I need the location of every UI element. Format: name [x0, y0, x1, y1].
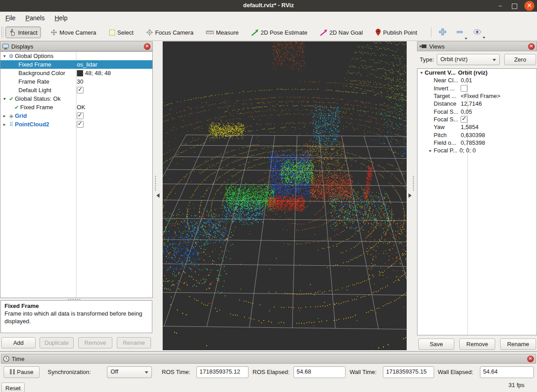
rename-display-button[interactable]: Rename: [117, 337, 151, 348]
toolbar-separator: [431, 27, 431, 37]
save-view-button[interactable]: Save: [418, 339, 454, 350]
expand-arrow-icon[interactable]: ▸: [427, 148, 434, 153]
collapse-right-arrow-icon[interactable]: [408, 193, 412, 198]
property-value[interactable]: Orbit (rviz): [458, 69, 488, 76]
views-row-invert[interactable]: Invert ...: [417, 85, 537, 92]
property-value[interactable]: OK: [77, 104, 85, 111]
displays-row-global-options[interactable]: ▾⚙Global Options: [0, 52, 152, 60]
left-splitter[interactable]: [155, 175, 156, 191]
checkbox[interactable]: [461, 85, 467, 92]
displays-row-fixed-frame[interactable]: ✔Fixed FrameOK: [0, 103, 152, 111]
tool-focus-camera[interactable]: Focus Camera: [143, 27, 196, 38]
property-value[interactable]: 48; 48; 48: [85, 70, 111, 76]
ros-time-field[interactable]: 1718359375.12: [196, 366, 249, 378]
views-row-pitch[interactable]: Pitch0,630398: [417, 131, 537, 138]
tool-select[interactable]: Select: [106, 27, 137, 38]
views-close-button[interactable]: ✕: [528, 43, 535, 50]
ros-elapsed-field[interactable]: 54.68: [293, 366, 346, 378]
grid-icon: ◈: [8, 113, 15, 119]
zero-button[interactable]: Zero: [504, 54, 536, 65]
views-panel-header[interactable]: Views ✕: [417, 41, 537, 51]
collapse-left-arrow-icon[interactable]: [156, 193, 160, 198]
visibility-button[interactable]: [470, 27, 484, 38]
pause-button[interactable]: Pause: [4, 366, 40, 378]
views-row-yaw[interactable]: Yaw1,5854: [417, 123, 537, 131]
property-value[interactable]: 0,785398: [461, 139, 485, 146]
tool-2d-pose-estimate[interactable]: 2D Pose Estimate: [248, 27, 311, 38]
map-pin-icon: [375, 29, 381, 36]
window-close-button[interactable]: ✕: [524, 1, 534, 11]
expand-arrow-icon[interactable]: ▸: [1, 113, 8, 118]
displays-panel-header[interactable]: Displays ✕: [0, 41, 153, 51]
menu-panels[interactable]: Panels: [21, 13, 49, 23]
displays-row-frame-rate[interactable]: Frame Rate30: [0, 77, 152, 86]
views-row-near-cl[interactable]: Near Cl...0,01: [417, 76, 537, 84]
remove-display-button[interactable]: Remove: [78, 337, 112, 348]
views-row-focal-s[interactable]: Focal S...: [417, 116, 537, 123]
view-type-combobox[interactable]: Orbit (rviz): [437, 54, 500, 65]
window-title: default.rviz* - RViz: [0, 2, 537, 9]
add-button[interactable]: Add: [1, 337, 36, 348]
property-value[interactable]: 0,630398: [461, 132, 485, 138]
zoom-in-button[interactable]: [436, 27, 449, 39]
property-description: Fixed Frame Frame into which all data is…: [0, 300, 152, 333]
menu-help[interactable]: Help: [50, 13, 72, 23]
tool-move-camera[interactable]: Move Camera: [47, 27, 99, 38]
time-panel-divider[interactable]: [0, 351, 537, 352]
reset-button[interactable]: Reset: [1, 383, 25, 392]
duplicate-button[interactable]: Duplicate: [40, 337, 74, 348]
synchronization-combobox[interactable]: Off: [107, 366, 152, 378]
displays-row-grid[interactable]: ▸◈Grid: [0, 111, 152, 120]
displays-row-pointcloud2[interactable]: ▸⠿PointCloud2: [0, 120, 152, 129]
displays-row-fixed-frame[interactable]: Fixed Frameos_lidar: [0, 60, 152, 69]
checkbox[interactable]: [77, 121, 84, 128]
eye-icon: [473, 29, 482, 35]
minimize-button[interactable]: –: [496, 1, 505, 10]
tool-publish-point[interactable]: Publish Point: [372, 27, 420, 38]
views-row-field-o[interactable]: Field o...0,785398: [417, 139, 537, 147]
property-value[interactable]: 30: [77, 78, 83, 85]
expand-arrow-icon[interactable]: ▸: [1, 122, 8, 127]
property-value[interactable]: 0,05: [461, 108, 472, 115]
property-value[interactable]: 0; 0; 0: [460, 147, 476, 154]
property-label: Default Light: [18, 87, 51, 94]
checkbox[interactable]: [461, 116, 467, 123]
property-value[interactable]: <Fixed Frame>: [461, 93, 500, 99]
tool-label: Publish Point: [383, 29, 417, 36]
time-close-button[interactable]: ✕: [527, 356, 534, 362]
time-panel-header[interactable]: Time ✕: [1, 354, 536, 364]
maximize-button[interactable]: [510, 1, 519, 10]
right-splitter[interactable]: [413, 175, 414, 191]
wall-elapsed-field[interactable]: 54.64: [480, 366, 534, 378]
checkbox[interactable]: [77, 87, 84, 94]
toolbar-drag-handle[interactable]: [1, 27, 4, 38]
displays-close-button[interactable]: ✕: [144, 43, 151, 50]
displays-row-background-color[interactable]: Background Color48; 48; 48: [0, 69, 152, 77]
views-row-target[interactable]: Target ...<Fixed Frame>: [417, 92, 537, 100]
property-value[interactable]: 0,01: [461, 77, 472, 84]
menu-file[interactable]: File: [1, 13, 20, 23]
views-row-focal-s[interactable]: Focal S...0,05: [417, 107, 537, 115]
3d-viewport[interactable]: [163, 41, 407, 350]
collapse-arrow-icon[interactable]: ▾: [1, 53, 8, 58]
collapse-arrow-icon[interactable]: ▾: [418, 70, 425, 75]
wall-time-label: Wall Time:: [350, 369, 377, 375]
tool-2d-nav-goal[interactable]: 2D Nav Goal: [317, 27, 366, 38]
views-row-focal-p[interactable]: ▸Focal P...0; 0; 0: [417, 147, 537, 154]
displays-row-global-status-ok[interactable]: ▾✔Global Status: Ok: [0, 94, 152, 103]
rename-view-button[interactable]: Rename: [500, 339, 536, 350]
synchronization-label: Synchronization:: [48, 369, 91, 375]
displays-row-default-light[interactable]: Default Light: [0, 86, 152, 94]
property-value[interactable]: os_lidar: [77, 61, 98, 68]
property-value[interactable]: 1,5854: [461, 124, 479, 130]
wall-time-field[interactable]: 1718359375.15: [383, 366, 434, 378]
property-value[interactable]: 12,7146: [461, 100, 482, 107]
zoom-out-button[interactable]: [453, 27, 466, 39]
views-row-current-v[interactable]: ▾Current V...Orbit (rviz): [417, 69, 537, 76]
checkbox[interactable]: [77, 112, 84, 119]
tool-interact[interactable]: Interact: [5, 27, 41, 38]
views-row-distance[interactable]: Distance12,7146: [417, 100, 537, 107]
collapse-arrow-icon[interactable]: ▾: [1, 96, 8, 101]
tool-measure[interactable]: Measure: [203, 27, 242, 38]
remove-view-button[interactable]: Remove: [459, 339, 495, 350]
